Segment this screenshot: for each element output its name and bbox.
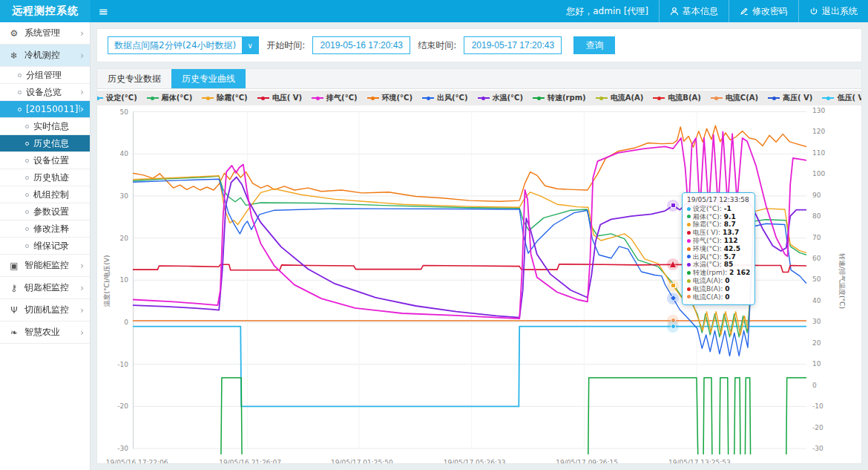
bullet-icon — [25, 142, 29, 146]
sidebar-item-device-detail[interactable]: [20150011]详情› — [0, 101, 90, 118]
interval-select[interactable]: 数据点间隔2分钟(24小时数据) ∨ — [108, 36, 259, 54]
content-panel: 历史专业数据 历史专业曲线 设定(°C)厢体(°C)除霜(°C)电压( V)排气… — [96, 68, 862, 464]
right-axis-tick: 100 — [812, 170, 825, 177]
series-dot-icon — [687, 279, 691, 283]
tooltip-time: 19/05/17 12:33:58 — [687, 196, 750, 204]
legend-item-高压( V)[interactable]: 高压( V) — [768, 93, 812, 103]
interval-select-value: 数据点间隔2分钟(24小时数据) — [108, 39, 242, 52]
sidebar-item-device-overview[interactable]: 设备总览› — [0, 84, 90, 101]
gear-icon: ⚙ — [9, 28, 19, 39]
sidebar-item-label: [20150011]详情 — [26, 103, 80, 116]
sidebar-item-label: 设备位置 — [33, 154, 84, 167]
sidebar-item-device-location[interactable]: 设备位置 — [0, 152, 90, 169]
left-axis-tick: 0 — [109, 319, 128, 326]
legend-marker-icon — [822, 97, 834, 99]
sidebar-item-label: 切面机监控 — [24, 304, 80, 316]
series-dot-icon — [687, 271, 691, 275]
legend-item-电压( V)[interactable]: 电压( V) — [257, 93, 302, 103]
legend-label: 高压( V) — [783, 93, 812, 103]
hamburger-icon[interactable]: ≡ — [91, 4, 116, 19]
sidebar-item-group-management[interactable]: 分组管理 — [0, 67, 90, 84]
series-dot-icon — [687, 223, 691, 226]
tooltip-row: 水温(°C): 85 — [687, 261, 750, 269]
legend-marker-icon — [257, 97, 269, 99]
sidebar-item-label: 智慧农业 — [24, 326, 80, 339]
sidebar-item-cutting-machine[interactable]: Ψ切面机监控› — [0, 299, 90, 322]
header-item-label: 退出系统 — [822, 5, 858, 18]
legend-item-水温(°C)[interactable]: 水温(°C) — [478, 93, 523, 103]
legend-item-电流C(A)[interactable]: 电流C(A) — [711, 93, 758, 103]
right-axis-tick: 10 — [812, 360, 821, 368]
sidebar-item-history-info[interactable]: 历史信息 — [0, 135, 90, 152]
legend-marker-icon — [533, 97, 545, 99]
right-axis-tick: 70 — [812, 234, 821, 241]
series-dot-icon — [687, 207, 691, 211]
legend-label: 电流B(A) — [668, 93, 701, 103]
left-axis-tick: 40 — [109, 150, 128, 157]
right-axis-tick: -20 — [812, 424, 823, 431]
legend-marker-icon — [711, 97, 723, 99]
right-axis-tick: 130 — [812, 107, 825, 114]
sidebar-item-smart-agriculture[interactable]: ❧智慧农业› — [0, 322, 90, 344]
legend-item-转速(rpm)[interactable]: 转速(rpm) — [533, 93, 586, 103]
bullet-icon — [18, 91, 22, 94]
header-basic-info[interactable]: 基本信息 — [659, 0, 729, 22]
highlight-marker-除霜(°C) — [667, 280, 679, 292]
sidebar-item-realtime-info[interactable]: 实时信息 — [0, 118, 90, 135]
left-axis-tick: -20 — [109, 402, 128, 410]
sidebar-item-history-track[interactable]: 历史轨迹 — [0, 169, 90, 186]
query-button[interactable]: 查询 — [573, 36, 615, 54]
sidebar-item-edit-notes[interactable]: 修改注释 — [0, 221, 90, 238]
series-dot-icon — [687, 255, 691, 258]
start-time-input[interactable] — [312, 36, 410, 54]
legend-item-电流A(A)[interactable]: 电流A(A) — [596, 93, 644, 103]
legend-item-设定(°C)[interactable]: 设定(°C) — [96, 93, 137, 103]
legend-item-电流B(A)[interactable]: 电流B(A) — [653, 93, 701, 103]
x-axis-tick: 19/05/17 09:26:15 — [556, 459, 618, 464]
legend-item-厢体(°C)[interactable]: 厢体(°C) — [147, 93, 192, 103]
right-axis-tick: -10 — [812, 402, 823, 410]
legend-label: 转速(rpm) — [548, 93, 586, 103]
legend-item-排气(°C)[interactable]: 排气(°C) — [312, 93, 357, 103]
tab-history-curve[interactable]: 历史专业曲线 — [171, 69, 246, 88]
legend-item-环境(°C)[interactable]: 环境(°C) — [367, 93, 412, 103]
sidebar-item-maintenance-records[interactable]: 维保记录 — [0, 238, 90, 255]
chevron-right-icon: › — [80, 283, 84, 293]
left-axis-tick: 20 — [109, 235, 128, 242]
chevron-down-icon: ∨ — [242, 37, 258, 53]
sidebar-item-smart-cabinet[interactable]: ▣智能柜监控› — [0, 255, 90, 277]
sidebar-item-system-management[interactable]: ⚙系统管理› — [0, 22, 90, 45]
tooltip-row: 排气(°C): 112 — [687, 237, 750, 245]
tooltip-row: 电流A(A): 0 — [687, 277, 750, 285]
user-greeting[interactable]: 您好，admin [代理] — [556, 0, 659, 22]
bullet-icon — [25, 125, 29, 128]
x-axis-tick: 19/05/16 17:22:06 — [106, 459, 168, 464]
header-change-password[interactable]: 修改密码 — [729, 0, 798, 22]
sidebar-item-chiller-monitoring[interactable]: ❄冷机测控› — [0, 45, 90, 67]
legend-marker-icon — [422, 97, 434, 99]
header-logout[interactable]: 退出系统 — [798, 0, 868, 22]
legend-item-低压( V)[interactable]: 低压( V) — [822, 93, 862, 103]
series-dot-icon — [687, 287, 691, 291]
machine-icon: Ψ — [9, 305, 19, 316]
end-time-input[interactable] — [464, 36, 562, 54]
sidebar-item-parameter-settings[interactable]: 参数设置 — [0, 203, 90, 221]
sidebar-item-key-cabinet[interactable]: ⚷钥匙柜监控› — [0, 277, 90, 299]
legend-item-除霜(°C)[interactable]: 除霜(°C) — [202, 93, 247, 103]
legend-marker-icon — [768, 97, 780, 99]
legend-marker-icon — [367, 97, 379, 99]
main-area: 数据点间隔2分钟(24小时数据) ∨ 开始时间: 结束时间: 查询 历史专业数据… — [91, 22, 868, 470]
sidebar-item-unit-control[interactable]: 机组控制 — [0, 186, 90, 203]
right-axis-tick: 60 — [812, 255, 821, 262]
legend-item-出风(°C)[interactable]: 出风(°C) — [422, 93, 467, 103]
highlight-marker-电压( V) — [667, 258, 679, 270]
chevron-right-icon: › — [80, 87, 84, 97]
legend-label: 水温(°C) — [493, 93, 523, 103]
chart-legend: 设定(°C)厢体(°C)除霜(°C)电压( V)排气(°C)环境(°C)出风(°… — [96, 91, 862, 105]
start-time-label: 开始时间: — [266, 39, 305, 52]
tab-history-data[interactable]: 历史专业数据 — [97, 69, 171, 88]
x-axis-tick: 19/05/16 21:26:07 — [219, 459, 281, 464]
x-axis-tick: 19/05/17 01:25:50 — [331, 459, 393, 464]
sidebar-item-label: 分组管理 — [26, 69, 84, 82]
right-axis-tick: 50 — [812, 275, 821, 283]
